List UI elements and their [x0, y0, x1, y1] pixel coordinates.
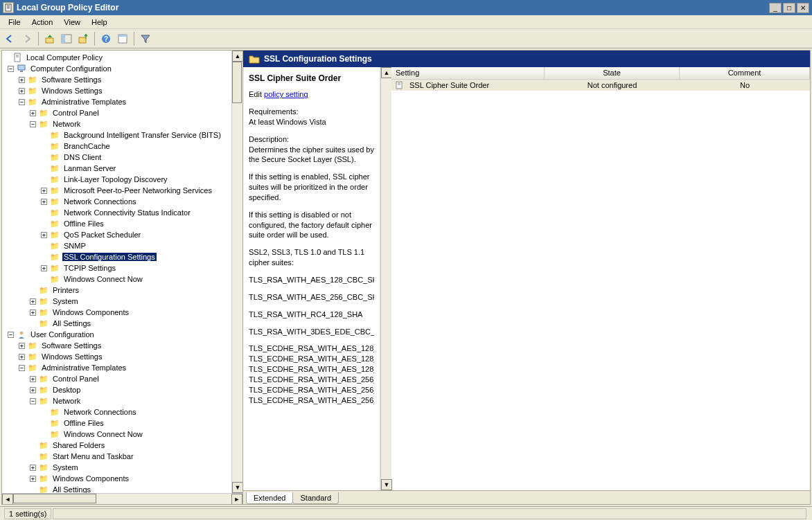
scroll-down-button[interactable]: ▼	[232, 482, 242, 493]
window-title: Local Group Policy Editor	[17, 3, 769, 12]
tree-net-ncsi[interactable]: 📁Network Connectivity Status Indicator	[2, 207, 231, 218]
tree-net-p2p[interactable]: +📁Microsoft Peer-to-Peer Networking Serv…	[2, 185, 231, 196]
tree-cc-all-settings[interactable]: 📁All Settings	[2, 318, 231, 329]
col-comment[interactable]: Comment	[680, 67, 810, 80]
folder-icon: 📁	[38, 296, 49, 306]
tree-horizontal-scrollbar[interactable]: ◄ ►	[2, 493, 242, 504]
folder-icon: 📁	[38, 307, 49, 317]
folder-icon: 📁	[49, 219, 60, 228]
show-hide-tree-button[interactable]	[59, 31, 74, 46]
tree-vertical-scrollbar[interactable]: ▲ ▼	[231, 51, 242, 493]
scroll-right-button[interactable]: ►	[231, 494, 242, 505]
tree-cc-windows[interactable]: +📁Windows Settings	[2, 85, 231, 96]
tree-body[interactable]: Local Computer Policy −Computer Configur…	[2, 51, 231, 493]
computer-icon	[16, 64, 27, 73]
tree-computer-config[interactable]: −Computer Configuration	[2, 63, 231, 74]
tree-uc-all-settings[interactable]: 📁All Settings	[2, 484, 231, 493]
scroll-up-button[interactable]: ▲	[232, 51, 242, 62]
filter-button[interactable]	[138, 31, 153, 46]
policy-icon	[12, 53, 23, 62]
tree-cc-admin[interactable]: −📁Administrative Templates	[2, 96, 231, 107]
status-text: 1 setting(s)	[4, 508, 51, 519]
tree-uc-system[interactable]: +📁System	[2, 462, 231, 473]
menu-action[interactable]: Action	[26, 17, 59, 28]
tree-uc-control-panel[interactable]: +📁Control Panel	[2, 373, 231, 384]
tree-net-offline[interactable]: 📁Offline Files	[2, 218, 231, 229]
folder-icon: 📁	[27, 363, 38, 373]
tree-uc-admin[interactable]: −📁Administrative Templates	[2, 362, 231, 373]
folder-icon: 📁	[49, 197, 60, 206]
tree-uc-nc[interactable]: 📁Network Connections	[2, 406, 231, 418]
tree-root[interactable]: Local Computer Policy	[2, 52, 231, 63]
content-area: Local Computer Policy −Computer Configur…	[1, 50, 811, 505]
tree-uc-offline[interactable]: 📁Offline Files	[2, 418, 231, 429]
folder-icon: 📁	[49, 163, 60, 173]
tree-net-dns[interactable]: 📁DNS Client	[2, 152, 231, 163]
help-button[interactable]: ?	[98, 31, 114, 46]
properties-button[interactable]	[115, 31, 130, 46]
tree-net-lanman[interactable]: 📁Lanman Server	[2, 163, 231, 174]
edit-policy-link[interactable]: policy setting	[264, 90, 308, 98]
tree-uc-start-menu[interactable]: 📁Start Menu and Taskbar	[2, 451, 231, 462]
tree-uc-windows-components[interactable]: +📁Windows Components	[2, 473, 231, 484]
status-spacer	[53, 508, 806, 519]
scroll-up-button[interactable]: ▲	[381, 67, 392, 78]
menu-help[interactable]: Help	[86, 17, 113, 28]
tree-pane: Local Computer Policy −Computer Configur…	[2, 51, 243, 504]
tree-cc-printers[interactable]: 📁Printers	[2, 285, 231, 296]
tree-user-config[interactable]: −User Configuration	[2, 329, 231, 340]
tree-net-branchcache[interactable]: 📁BranchCache	[2, 141, 231, 152]
tree-net-ssl[interactable]: 📁SSL Configuration Settings	[2, 251, 231, 262]
folder-icon: 📁	[38, 385, 49, 395]
app-icon	[3, 2, 14, 13]
tree-uc-desktop[interactable]: +📁Desktop	[2, 384, 231, 395]
tree-cc-network[interactable]: −📁Network	[2, 118, 231, 129]
tree-cc-windows-components[interactable]: +📁Windows Components	[2, 307, 231, 318]
folder-icon: 📁	[38, 119, 49, 129]
tree-net-qos[interactable]: +📁QoS Packet Scheduler	[2, 229, 231, 240]
tree-cc-system[interactable]: +📁System	[2, 296, 231, 307]
tree-uc-shared-folders[interactable]: 📁Shared Folders	[2, 440, 231, 451]
tree-net-nc[interactable]: +📁Network Connections	[2, 196, 231, 207]
tree-net-lltd[interactable]: 📁Link-Layer Topology Discovery	[2, 174, 231, 185]
tree-net-wcn[interactable]: 📁Windows Connect Now	[2, 274, 231, 285]
menu-file[interactable]: File	[3, 17, 26, 28]
details-pane: SSL Configuration Settings SSL Cipher Su…	[243, 51, 810, 504]
folder-icon: 📁	[38, 463, 49, 472]
forward-button[interactable]	[19, 31, 35, 46]
tree-cc-software[interactable]: +📁Software Settings	[2, 74, 231, 85]
tree-uc-network[interactable]: −📁Network	[2, 395, 231, 406]
tree-cc-control-panel[interactable]: +📁Control Panel	[2, 107, 231, 118]
folder-icon: 📁	[38, 485, 49, 493]
list-row[interactable]: SSL Cipher Suite Order Not configured No	[391, 80, 810, 91]
close-button[interactable]: ✕	[797, 3, 809, 13]
tab-standard[interactable]: Standard	[292, 492, 339, 504]
maximize-button[interactable]: □	[783, 3, 795, 13]
folder-icon: 📁	[49, 407, 60, 417]
pane-title: SSL Configuration Settings	[264, 54, 372, 64]
tab-extended[interactable]: Extended	[246, 492, 293, 504]
menu-view[interactable]: View	[58, 17, 86, 28]
description-scrollbar[interactable]: ▲ ▼	[380, 67, 391, 490]
folder-icon: 📁	[38, 374, 49, 384]
scroll-left-button[interactable]: ◄	[2, 494, 13, 505]
svg-rect-11	[118, 35, 127, 37]
export-button[interactable]	[76, 31, 91, 46]
up-button[interactable]	[42, 31, 58, 46]
minimize-button[interactable]: _	[769, 3, 782, 13]
tree-uc-wcn[interactable]: 📁Windows Connect Now	[2, 429, 231, 440]
col-setting[interactable]: Setting	[391, 67, 545, 80]
tree-net-snmp[interactable]: 📁SNMP	[2, 240, 231, 251]
tree-net-tcpip[interactable]: +📁TCPIP Settings	[2, 262, 231, 274]
folder-icon: 📁	[38, 451, 49, 461]
tree-net-bits[interactable]: 📁Background Intelligent Transfer Service…	[2, 129, 231, 141]
back-button[interactable]	[3, 31, 18, 46]
col-state[interactable]: State	[545, 67, 680, 80]
folder-icon: 📁	[49, 152, 60, 162]
folder-icon: 📁	[27, 97, 38, 107]
list-header: Setting State Comment	[391, 67, 810, 80]
svg-rect-6	[62, 35, 65, 43]
tree-uc-software[interactable]: +📁Software Settings	[2, 340, 231, 351]
tree-uc-windows[interactable]: +📁Windows Settings	[2, 351, 231, 362]
scroll-down-button[interactable]: ▼	[381, 479, 392, 490]
